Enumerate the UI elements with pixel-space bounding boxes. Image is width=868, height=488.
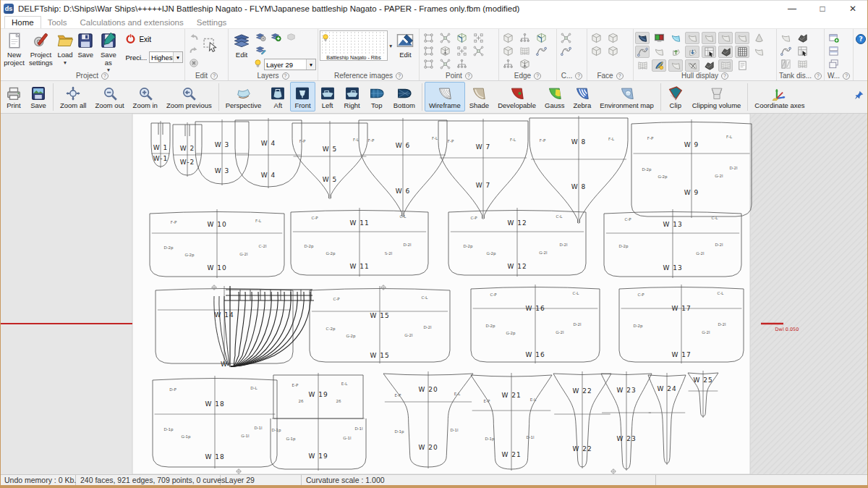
cube-points-tool-button[interactable] xyxy=(454,32,469,44)
help-icon[interactable]: ? xyxy=(210,72,218,80)
save-as-button[interactable]: Save as ▼ xyxy=(95,30,121,74)
exit-button[interactable]: Exit xyxy=(125,33,183,46)
face-cube-tool-button[interactable] xyxy=(605,32,620,44)
close-button[interactable]: ✕ xyxy=(838,1,868,16)
help-icon[interactable]: ? xyxy=(396,72,403,80)
precision-dropdown[interactable]: Highest ▼ xyxy=(149,51,183,63)
cube-interior-tool-button[interactable] xyxy=(517,58,532,70)
select-button[interactable] xyxy=(201,30,220,55)
view-button-environment-map[interactable]: Environment map xyxy=(595,82,658,112)
calc-pointer-tool-button[interactable] xyxy=(702,46,716,58)
dark-patch-tool-button[interactable] xyxy=(795,32,809,44)
cube-interior-tool-button[interactable] xyxy=(438,45,452,57)
cone-gray-tool-button[interactable] xyxy=(752,32,766,44)
curve-fair-tool-button[interactable] xyxy=(558,45,573,57)
model-viewport[interactable]: W 1W-1W 2W-2W 3W 3W 4W 4W 5W 5F-PF-LW 6W… xyxy=(0,114,868,474)
hull-gray-tool-button[interactable] xyxy=(752,46,766,58)
hull-aqua-tool-button[interactable] xyxy=(668,32,683,44)
save-button[interactable]: Save xyxy=(75,30,95,61)
edge-tree-tool-button[interactable] xyxy=(454,58,469,70)
tank-pair-tool-button[interactable] xyxy=(778,58,793,70)
point-net-tool-button[interactable] xyxy=(421,45,435,57)
view-button-perspective[interactable]: Perspective xyxy=(221,82,266,112)
help-icon[interactable]: ? xyxy=(814,72,822,80)
face-cube-tool-button[interactable] xyxy=(589,45,603,57)
curve-fair-tool-button[interactable] xyxy=(534,45,548,57)
sail-marker-tool-button[interactable] xyxy=(652,59,666,72)
view-button-zoom-previous[interactable]: Zoom previous xyxy=(162,82,216,112)
dark-patch-tool-button[interactable] xyxy=(718,46,733,58)
window-cascade-tool-button[interactable] xyxy=(826,58,841,70)
window-split-tool-button[interactable] xyxy=(826,45,841,57)
view-button-aft[interactable]: Aft xyxy=(265,82,290,112)
add-layer-button[interactable] xyxy=(268,32,283,44)
view-button-print[interactable]: Print xyxy=(1,82,26,112)
menu-tab-tools[interactable]: Tools xyxy=(41,16,74,28)
help-icon[interactable]: ? xyxy=(282,72,289,80)
hull-gray-tool-button[interactable] xyxy=(778,32,793,44)
hull-gray-tool-button[interactable] xyxy=(718,32,733,44)
net-surface-tool-button[interactable] xyxy=(795,58,809,70)
window-new-tool-button[interactable] xyxy=(826,32,841,44)
net-surface-tool-button[interactable] xyxy=(718,59,733,72)
view-button-bottom[interactable]: Bottom xyxy=(389,82,420,112)
view-button-clip[interactable]: Clip xyxy=(663,82,688,112)
view-button-gauss[interactable]: Gauss xyxy=(540,82,569,112)
reference-edit-button[interactable]: Edit xyxy=(394,30,416,61)
view-button-shade[interactable]: Shade xyxy=(465,82,493,112)
reference-image-preview[interactable]: Battleship Nagato - Ribs xyxy=(320,30,388,61)
hull-arrow-down-tool-button[interactable] xyxy=(685,46,699,58)
view-button-zebra[interactable]: Zebra xyxy=(569,82,595,112)
hull-cross-tool-button[interactable] xyxy=(685,59,699,72)
menu-tab-settings[interactable]: Settings xyxy=(190,16,234,28)
dark-patch-tool-button[interactable] xyxy=(702,59,716,72)
layer-develop-button[interactable] xyxy=(253,45,268,57)
view-button-left[interactable]: Left xyxy=(315,82,340,112)
hull-gray-tool-button[interactable] xyxy=(668,59,683,72)
view-button-zoom-out[interactable]: Zoom out xyxy=(90,82,128,112)
view-button-right[interactable]: Right xyxy=(340,82,365,112)
view-button-top[interactable]: Top xyxy=(365,82,389,112)
body-plan-canvas[interactable]: W 1W-1W 2W-2W 3W 3W 4W 4W 5W 5F-PF-LW 6W… xyxy=(0,114,868,474)
layer-auto-group-button[interactable] xyxy=(253,32,268,44)
help-icon[interactable]: ? xyxy=(465,72,472,80)
help-icon[interactable]: ? xyxy=(855,33,867,80)
help-icon[interactable]: ? xyxy=(843,72,850,80)
menu-tab-calculations-and-extensions[interactable]: Calculations and extensions xyxy=(74,16,190,28)
redo-button[interactable] xyxy=(187,45,201,57)
view-button-zoom-in[interactable]: Zoom in xyxy=(129,82,162,112)
align-points-tool-button[interactable] xyxy=(471,32,485,44)
net-surface-tool-button[interactable] xyxy=(517,45,532,57)
face-cube-tool-button[interactable] xyxy=(501,45,515,57)
menu-tab-home[interactable]: Home xyxy=(4,16,41,28)
delete-button[interactable] xyxy=(187,58,201,70)
maximize-button[interactable]: □ xyxy=(807,1,838,16)
reference-visibility-bulb-icon[interactable] xyxy=(321,32,330,45)
edge-tree-tool-button[interactable] xyxy=(517,32,532,44)
view-button-developable[interactable]: Developable xyxy=(493,82,540,112)
chevron-down-icon[interactable]: ▼ xyxy=(388,43,393,49)
hull-gray-tool-button[interactable] xyxy=(735,32,749,44)
load-button[interactable]: Load ▼ xyxy=(55,30,76,67)
face-cube-tool-button[interactable] xyxy=(501,32,515,44)
undo-button[interactable] xyxy=(187,32,201,44)
monitor-colors-tool-button[interactable] xyxy=(652,32,666,44)
face-cube-tool-button[interactable] xyxy=(589,32,603,44)
active-layer-dropdown[interactable]: Layer 29 ▼ xyxy=(264,59,316,70)
hull-arrow-up-tool-button[interactable] xyxy=(668,46,683,58)
view-button-wireframe[interactable]: Wireframe xyxy=(425,82,465,112)
help-icon[interactable]: ? xyxy=(534,72,541,80)
hull-gray-tool-button[interactable] xyxy=(702,32,716,44)
help-icon[interactable]: ? xyxy=(721,72,728,80)
dark-grid-tool-button[interactable] xyxy=(735,46,749,58)
point-collapse-tool-button[interactable] xyxy=(558,32,573,44)
calc-pointer-tool-button[interactable] xyxy=(795,45,809,57)
help-icon[interactable]: ? xyxy=(575,72,582,80)
curve-fair-tool-button[interactable] xyxy=(635,46,650,58)
view-button-save[interactable]: Save xyxy=(26,82,51,112)
view-button-clipping-volume[interactable]: Clipping volume xyxy=(688,82,746,112)
curve-fair-tool-button[interactable] xyxy=(778,45,793,57)
face-cube-tool-button[interactable] xyxy=(605,45,620,57)
help-icon[interactable]: ? xyxy=(616,72,624,80)
project-settings-button[interactable]: Project settings xyxy=(27,30,54,68)
